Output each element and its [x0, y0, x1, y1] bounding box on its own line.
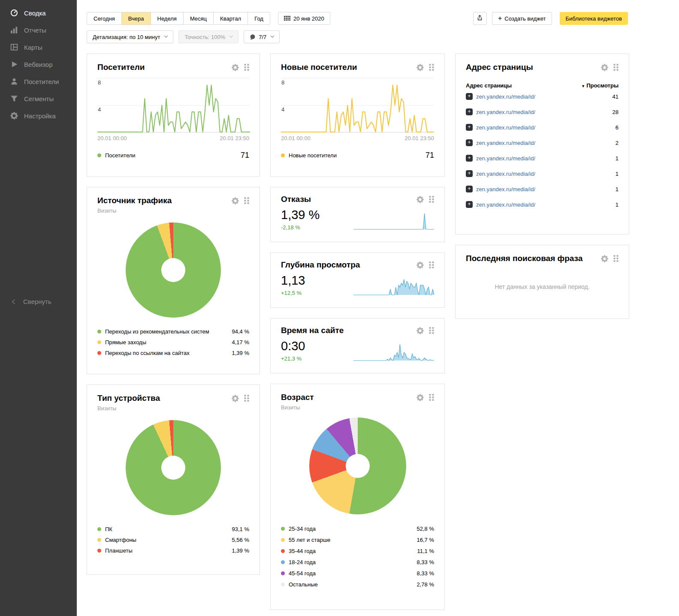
accuracy-dropdown[interactable]: Точность: 100% [178, 30, 238, 43]
export-button[interactable] [473, 12, 487, 25]
page-url-link[interactable]: zen.yandex.ru/media/id/ [476, 171, 535, 177]
page-url-link[interactable]: zen.yandex.ru/media/id/ [476, 155, 535, 162]
widgets-grid: Посетители 84 20.01 00:0020.01 23:50 Пос… [87, 54, 679, 616]
expand-url-icon[interactable]: + [466, 155, 473, 162]
date-picker-label: 20 янв 2020 [293, 15, 324, 22]
widget-title: Тип устройства [97, 394, 232, 403]
pie-legend-row: 45-54 года8,33 % [281, 568, 434, 579]
page-url-link[interactable]: zen.yandex.ru/media/id/ [476, 186, 535, 192]
widget-settings-gear-icon[interactable] [416, 327, 424, 334]
expand-url-icon[interactable]: + [466, 170, 473, 177]
widget-time-on-site: Время на сайте 0:30 +21,3 % [270, 318, 445, 373]
views-value: 1 [616, 201, 619, 208]
widget-settings-gear-icon[interactable] [416, 64, 424, 71]
page-url-link[interactable]: zen.yandex.ru/media/id/ [476, 140, 535, 146]
sidebar-item-gear[interactable]: Настройка [0, 107, 77, 124]
date-picker-button[interactable]: 20 янв 2020 [278, 12, 330, 25]
widget-drag-handle-icon[interactable] [429, 327, 434, 334]
expand-url-icon[interactable]: + [466, 139, 473, 146]
pie-legend-row: Прямые заходы4,17 % [97, 337, 249, 348]
legend-value: 71 [241, 151, 249, 160]
sidebar-collapse-button[interactable]: Свернуть [0, 298, 51, 305]
column-header-views[interactable]: ▼Просмотры [581, 82, 619, 89]
expand-url-icon[interactable]: + [466, 124, 473, 131]
column-header-url[interactable]: Адрес страницы [466, 82, 512, 89]
widget-new-visitors: Новые посетители 84 20.01 00:0020.01 23:… [270, 54, 445, 177]
sidebar-item-speedometer[interactable]: Сводка [0, 4, 77, 21]
gear-icon [10, 112, 18, 120]
widget-drag-handle-icon[interactable] [429, 196, 434, 203]
period-tab-6[interactable]: Год [247, 12, 270, 25]
page-url-link[interactable]: zen.yandex.ru/media/id/ [476, 93, 535, 100]
sidebar-item-label: Вебвизор [24, 61, 53, 68]
widget-visitors: Посетители 84 20.01 00:0020.01 23:50 Пос… [87, 54, 260, 177]
funnel-icon [10, 95, 18, 102]
expand-url-icon[interactable]: + [466, 201, 473, 208]
sidebar-item-bar-chart[interactable]: Отчеты [0, 21, 77, 39]
legend-value: 2,78 % [417, 581, 434, 588]
widget-settings-gear-icon[interactable] [416, 261, 424, 269]
sidebar-item-label: Посетители [24, 78, 59, 85]
main-content: СегодняВчераНеделяМесяцКварталГод 20 янв… [77, 0, 679, 616]
detalization-dropdown[interactable]: Детализация: по 10 минут [87, 30, 173, 43]
period-tab-4[interactable]: Месяц [183, 12, 214, 25]
widget-drag-handle-icon[interactable] [613, 64, 619, 71]
sidebar-item-layout[interactable]: Карты [0, 39, 77, 56]
period-tab-1[interactable]: Сегодня [87, 12, 122, 25]
sidebar-item-label: Сегменты [24, 95, 54, 102]
views-value: 2 [616, 140, 619, 146]
legend-label: 55 лет и старше [289, 537, 330, 543]
widget-settings-gear-icon[interactable] [601, 255, 608, 262]
page-url-link[interactable]: zen.yandex.ru/media/id/ [476, 201, 535, 208]
widget-settings-gear-icon[interactable] [232, 395, 239, 402]
widget-settings-gear-icon[interactable] [232, 64, 239, 71]
table-header: Адрес страницы ▼Просмотры [466, 82, 619, 89]
sidebar-item-person[interactable]: Посетители [0, 73, 77, 90]
widget-drag-handle-icon[interactable] [244, 197, 249, 204]
widget-drag-handle-icon[interactable] [244, 395, 249, 402]
pie-legend: ПК93,1 %Смартфоны5,56 %Планшеты1,39 % [97, 524, 249, 556]
views-value: 1 [616, 155, 619, 162]
page-url-link[interactable]: zen.yandex.ru/media/id/ [476, 109, 535, 115]
sidebar-item-funnel[interactable]: Сегменты [0, 90, 77, 107]
expand-url-icon[interactable]: + [466, 108, 473, 115]
time-delta: +21,3 % [281, 355, 305, 362]
widget-settings-gear-icon[interactable] [416, 394, 424, 401]
expand-url-icon[interactable]: + [466, 93, 473, 100]
widget-settings-gear-icon[interactable] [416, 196, 424, 203]
table-body: +zen.yandex.ru/media/id/41+zen.yandex.ru… [466, 89, 619, 212]
legend-dot [281, 571, 285, 575]
accuracy-label: Точность: 100% [184, 34, 225, 40]
legend-dot [97, 330, 101, 334]
comments-dropdown[interactable]: 7/7 [244, 30, 280, 43]
device-type-donut-chart [126, 420, 221, 515]
legend-label: 25-34 года [289, 526, 316, 532]
legend-dot [281, 560, 285, 564]
period-tab-3[interactable]: Неделя [151, 12, 184, 25]
widget-title: Время на сайте [281, 326, 416, 335]
legend-dot [281, 153, 285, 157]
table-row: +zen.yandex.ru/media/id/41 [466, 89, 619, 104]
widget-drag-handle-icon[interactable] [429, 64, 434, 71]
expand-url-icon[interactable]: + [466, 186, 473, 192]
period-tab-2[interactable]: Вчера [121, 12, 151, 25]
legend-value: 11,1 % [417, 548, 434, 554]
legend-label: Смартфоны [105, 537, 136, 543]
widget-settings-gear-icon[interactable] [601, 64, 608, 71]
widget-drag-handle-icon[interactable] [429, 394, 434, 401]
widget-settings-gear-icon[interactable] [232, 197, 239, 204]
sidebar-item-play[interactable]: Вебвизор [0, 56, 77, 73]
period-tab-5[interactable]: Квартал [213, 12, 248, 25]
widget-drag-handle-icon[interactable] [244, 64, 249, 71]
widget-library-button[interactable]: Библиотека виджетов [560, 12, 628, 25]
sidebar-item-label: Отчеты [24, 27, 46, 34]
legend-value: 1,39 % [232, 350, 249, 356]
create-widget-button[interactable]: + Создать виджет [492, 12, 552, 25]
pie-legend-row: Смартфоны5,56 % [97, 535, 249, 545]
legend-value: 8,33 % [417, 559, 434, 565]
widget-drag-handle-icon[interactable] [613, 255, 619, 262]
views-value: 41 [613, 93, 619, 100]
table-row: +zen.yandex.ru/media/id/1 [466, 166, 619, 181]
widget-drag-handle-icon[interactable] [429, 261, 434, 268]
page-url-link[interactable]: zen.yandex.ru/media/id/ [476, 124, 535, 131]
